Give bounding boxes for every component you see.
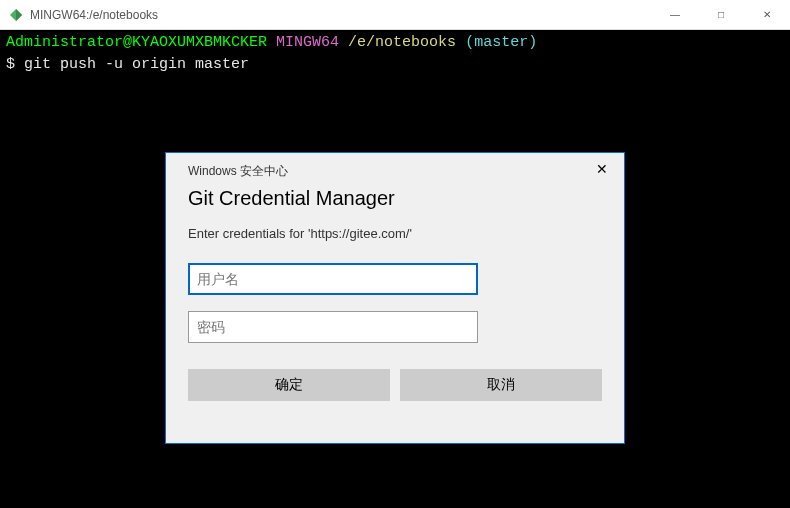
username-input[interactable]	[188, 263, 478, 295]
dialog-body: Git Credential Manager Enter credentials…	[166, 181, 624, 419]
window-close-button[interactable]: ✕	[744, 0, 790, 29]
terminal-command: git push -u origin master	[24, 56, 249, 73]
window-title: MINGW64:/e/notebooks	[30, 8, 652, 22]
terminal-user: Administrator@KYAOXUMXBMKCKER	[6, 34, 267, 51]
dialog-header: Windows 安全中心 ✕	[166, 153, 624, 181]
window-titlebar: MINGW64:/e/notebooks — □ ✕	[0, 0, 790, 30]
password-input[interactable]	[188, 311, 478, 343]
terminal-path: /e/notebooks	[348, 34, 456, 51]
dialog-header-title: Windows 安全中心	[188, 163, 288, 180]
window-controls: — □ ✕	[652, 0, 790, 29]
dialog-message: Enter credentials for 'https://gitee.com…	[188, 226, 602, 241]
terminal-prompt-symbol: $	[6, 56, 15, 73]
svg-marker-1	[16, 9, 22, 21]
terminal-env: MINGW64	[276, 34, 339, 51]
app-icon	[8, 7, 24, 23]
minimize-button[interactable]: —	[652, 0, 698, 29]
cancel-button[interactable]: 取消	[400, 369, 602, 401]
maximize-button[interactable]: □	[698, 0, 744, 29]
terminal-branch: (master)	[465, 34, 537, 51]
ok-button[interactable]: 确定	[188, 369, 390, 401]
terminal-prompt-line: Administrator@KYAOXUMXBMKCKER MINGW64 /e…	[6, 32, 784, 54]
dialog-button-row: 确定 取消	[188, 369, 602, 401]
credential-dialog: Windows 安全中心 ✕ Git Credential Manager En…	[165, 152, 625, 444]
dialog-title: Git Credential Manager	[188, 187, 602, 210]
dialog-close-button[interactable]: ✕	[588, 157, 616, 181]
terminal-command-line: $ git push -u origin master	[6, 54, 784, 76]
